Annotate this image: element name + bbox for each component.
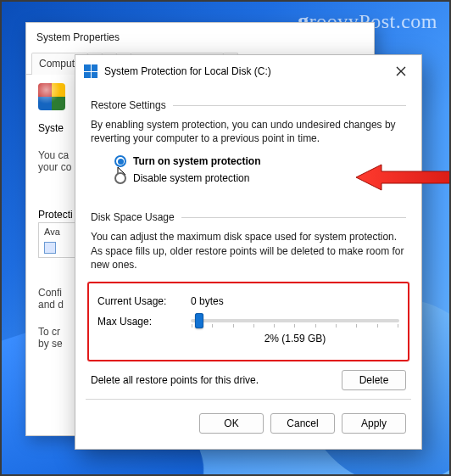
restore-settings-group: Restore Settings [91,99,166,111]
shield-icon [38,83,65,110]
slider-value-label: 2% (1.59 GB) [191,333,399,344]
annotation-arrow [356,162,451,193]
delete-description: Delete all restore points for this drive… [91,374,333,386]
drive-icon [44,242,56,254]
system-protection-dialog: System Protection for Local Disk (C:) Re… [75,54,422,450]
dialog-title: System Protection for Local Disk (C:) [104,65,271,77]
list-header: Ava [44,227,71,237]
ok-button[interactable]: OK [199,413,264,434]
radio-turn-on-label: Turn on system protection [133,155,260,167]
drive-list[interactable]: Ava [38,222,77,258]
max-usage-label: Max Usage: [97,312,175,328]
cancel-button[interactable]: Cancel [270,413,335,434]
current-usage-label: Current Usage: [97,295,175,307]
window-title: System Properties [26,23,374,52]
highlight-annotation: Current Usage: 0 bytes Max Usage: 2% (1.… [87,282,409,361]
radio-disable[interactable] [114,172,126,184]
radio-turn-on[interactable] [114,155,126,167]
slider-thumb[interactable] [195,313,203,328]
radio-disable-label: Disable system protection [133,172,249,184]
max-usage-slider[interactable] [191,319,399,322]
current-usage-value: 0 bytes [191,295,224,307]
windows-icon [84,64,97,78]
delete-button[interactable]: Delete [342,370,406,390]
disk-usage-description: You can adjust the maximum disk space us… [91,230,406,272]
disk-usage-group: Disk Space Usage [91,211,175,223]
apply-button[interactable]: Apply [342,413,406,434]
close-button[interactable] [389,62,413,81]
restore-description: By enabling system protection, you can u… [91,118,406,145]
svg-marker-0 [356,165,451,190]
